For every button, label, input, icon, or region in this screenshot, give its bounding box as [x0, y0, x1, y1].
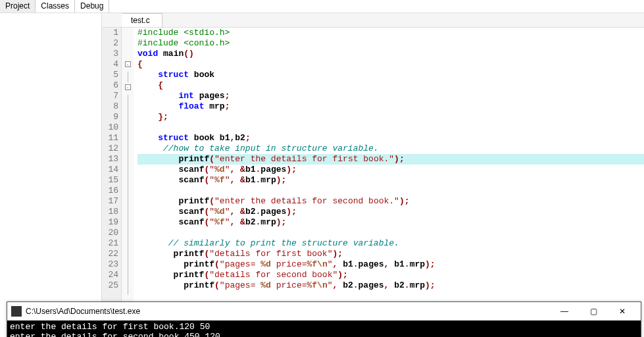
- code-line[interactable]: //how to take input in structure variabl…: [137, 143, 644, 154]
- console-line: enter the details for second book.450 12…: [10, 332, 638, 337]
- fold-cell: [122, 38, 134, 49]
- code-line[interactable]: printf("enter the details for first book…: [137, 154, 644, 165]
- fold-cell: [122, 242, 134, 253]
- code-line[interactable]: printf("enter the details for second boo…: [137, 196, 644, 207]
- editor-area: test.c 123456789101112131415161718192021…: [102, 13, 644, 303]
- line-number: 14: [102, 165, 118, 175]
- left-panel: [0, 13, 102, 303]
- line-number: 18: [102, 207, 118, 217]
- line-number: 21: [102, 238, 118, 249]
- line-number: 16: [102, 186, 118, 196]
- fold-cell: [122, 28, 134, 38]
- code-line[interactable]: [137, 228, 644, 238]
- code-line[interactable]: [137, 122, 644, 133]
- file-tabs: test.c: [102, 13, 644, 28]
- line-number: 8: [102, 101, 118, 112]
- tab-classes[interactable]: Classes: [36, 0, 75, 13]
- console-titlebar[interactable]: C:\Users\Ad\Documents\test.exe — ▢ ✕: [7, 302, 641, 321]
- code-line[interactable]: struct book b1,b2;: [137, 133, 644, 143]
- line-number: 1: [102, 28, 118, 38]
- code-body[interactable]: #include <stdio.h>#include <conio.h>void…: [134, 28, 644, 303]
- fold-cell: [122, 116, 134, 126]
- code-line[interactable]: #include <conio.h>: [137, 38, 644, 49]
- code-line[interactable]: printf("details for second book");: [137, 270, 644, 280]
- line-number: 3: [102, 49, 118, 59]
- code-line[interactable]: {: [137, 59, 644, 70]
- line-number: 5: [102, 70, 118, 80]
- fold-cell: [122, 137, 134, 147]
- code-line[interactable]: scanf("%f", &b1.mrp);: [137, 175, 644, 186]
- code-line[interactable]: {: [137, 80, 644, 91]
- fold-cell: [122, 72, 134, 82]
- console-title: C:\Users\Ad\Documents\test.exe: [26, 307, 550, 316]
- line-number: 7: [102, 91, 118, 101]
- line-number: 10: [102, 122, 118, 133]
- line-number: 11: [102, 133, 118, 143]
- fold-cell: [122, 126, 134, 137]
- line-number: 12: [102, 143, 118, 154]
- code-line[interactable]: int pages;: [137, 91, 644, 101]
- line-number: 13: [102, 154, 118, 165]
- code-line[interactable]: printf("pages= %d price=%f\n", b2.pages,…: [137, 280, 644, 291]
- fold-cell: [122, 190, 134, 200]
- fold-cell: [122, 200, 134, 211]
- fold-cell: [122, 49, 134, 59]
- minimize-button[interactable]: —: [550, 302, 579, 321]
- code-line[interactable]: float mrp;: [137, 101, 644, 112]
- top-tabs: Project Classes Debug: [0, 0, 644, 13]
- code-editor[interactable]: 1234567891011121314151617181920212223242…: [102, 28, 644, 303]
- fold-cell: [122, 232, 134, 242]
- code-line[interactable]: scanf("%d", &b2.pages);: [137, 207, 644, 217]
- console-window: C:\Users\Ad\Documents\test.exe — ▢ ✕ ent…: [7, 301, 641, 337]
- line-number: 4: [102, 59, 118, 70]
- line-number: 24: [102, 270, 118, 280]
- line-number: 2: [102, 38, 118, 49]
- code-line[interactable]: };: [137, 112, 644, 122]
- code-line[interactable]: printf("details for first book");: [137, 249, 644, 259]
- line-number: 6: [102, 80, 118, 91]
- code-line[interactable]: [137, 186, 644, 196]
- code-line[interactable]: void main(): [137, 49, 644, 59]
- fold-cell: [122, 105, 134, 116]
- fold-cell: [122, 179, 134, 190]
- line-number: 23: [102, 259, 118, 270]
- fold-column: --: [122, 28, 134, 303]
- line-number: 17: [102, 196, 118, 207]
- line-number: 22: [102, 249, 118, 259]
- fold-cell: [122, 147, 134, 158]
- fold-cell: [122, 253, 134, 263]
- code-line[interactable]: // similarly to print the structure vari…: [137, 238, 644, 249]
- file-tab-testc[interactable]: test.c: [122, 13, 162, 27]
- close-button[interactable]: ✕: [608, 302, 637, 321]
- fold-cell: [122, 274, 134, 284]
- fold-cell: [122, 158, 134, 168]
- code-line[interactable]: scanf("%f", &b2.mrp);: [137, 217, 644, 228]
- console-output: enter the details for first book.120 50e…: [7, 321, 641, 337]
- code-line[interactable]: #include <stdio.h>: [137, 28, 644, 38]
- fold-cell: [122, 263, 134, 274]
- line-number: 20: [102, 228, 118, 238]
- fold-cell: [122, 284, 134, 295]
- code-line[interactable]: scanf("%d", &b1.pages);: [137, 165, 644, 175]
- code-line[interactable]: struct book: [137, 70, 644, 80]
- fold-cell: [122, 95, 134, 105]
- fold-cell[interactable]: -: [122, 61, 134, 72]
- tab-debug[interactable]: Debug: [75, 0, 109, 13]
- fold-cell: [122, 211, 134, 221]
- line-number: 25: [102, 280, 118, 291]
- line-number: 9: [102, 112, 118, 122]
- line-number: 19: [102, 217, 118, 228]
- line-gutter: 1234567891011121314151617181920212223242…: [102, 28, 122, 303]
- fold-cell[interactable]: -: [122, 84, 134, 95]
- console-line: enter the details for first book.120 50: [10, 322, 638, 332]
- line-number: 15: [102, 175, 118, 186]
- tab-project[interactable]: Project: [0, 0, 36, 13]
- console-exe-icon: [11, 306, 22, 317]
- fold-cell: [122, 221, 134, 232]
- maximize-button[interactable]: ▢: [579, 302, 608, 321]
- main-row: test.c 123456789101112131415161718192021…: [0, 13, 644, 303]
- fold-cell: [122, 168, 134, 179]
- code-line[interactable]: printf("pages= %d price=%f\n", b1.pages,…: [137, 259, 644, 270]
